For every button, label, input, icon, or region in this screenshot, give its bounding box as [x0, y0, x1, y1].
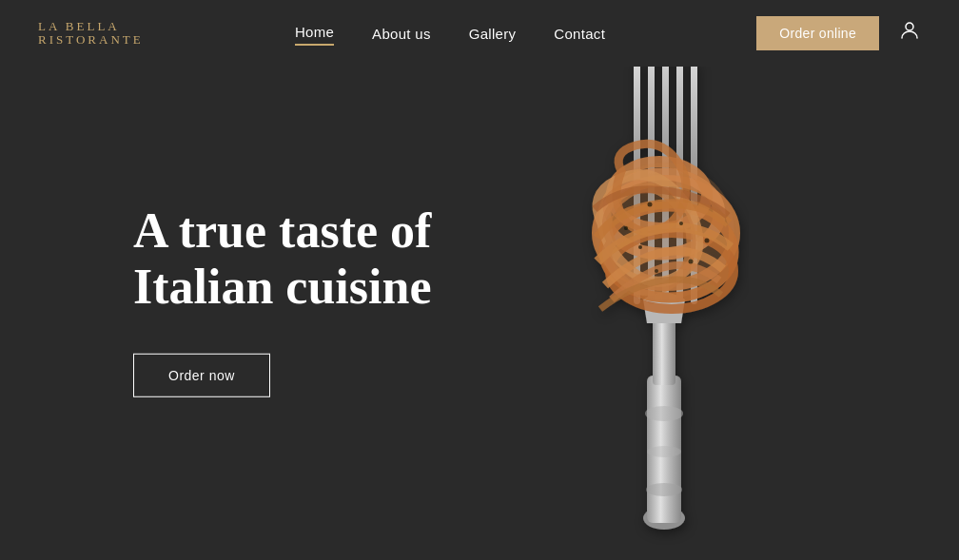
logo[interactable]: LA BELLA RISTORANTE: [38, 20, 144, 48]
svg-point-21: [689, 259, 694, 263]
header-actions: Order online: [756, 16, 921, 50]
site-header: LA BELLA RISTORANTE Home About us Galler…: [0, 0, 959, 67]
svg-point-18: [648, 202, 653, 206]
hero-content: A true taste of Italian cuisine Order no…: [133, 202, 432, 397]
svg-rect-6: [653, 319, 675, 385]
nav-about[interactable]: About us: [372, 26, 431, 42]
order-online-button[interactable]: Order online: [756, 16, 879, 50]
svg-point-22: [655, 269, 658, 273]
svg-point-3: [645, 406, 683, 421]
nav-gallery[interactable]: Gallery: [469, 26, 517, 42]
main-nav: Home About us Gallery Contact: [295, 24, 605, 44]
logo-line1: LA BELLA: [38, 20, 144, 33]
svg-point-0: [906, 23, 913, 30]
svg-point-5: [646, 483, 682, 496]
hero-title: A true taste of Italian cuisine: [133, 202, 432, 316]
logo-line2: RISTORANTE: [38, 33, 144, 47]
svg-point-4: [647, 446, 681, 457]
svg-point-24: [705, 238, 710, 242]
nav-home[interactable]: Home: [295, 24, 334, 44]
user-icon[interactable]: [898, 19, 921, 48]
svg-point-23: [624, 226, 628, 230]
order-now-button[interactable]: Order now: [133, 354, 270, 397]
fork-pasta-illustration: [502, 5, 826, 556]
hero-section: A true taste of Italian cuisine Order no…: [0, 0, 959, 560]
svg-point-19: [679, 222, 683, 225]
svg-point-20: [638, 245, 642, 249]
nav-contact[interactable]: Contact: [554, 26, 605, 42]
hero-image: [483, 0, 845, 560]
